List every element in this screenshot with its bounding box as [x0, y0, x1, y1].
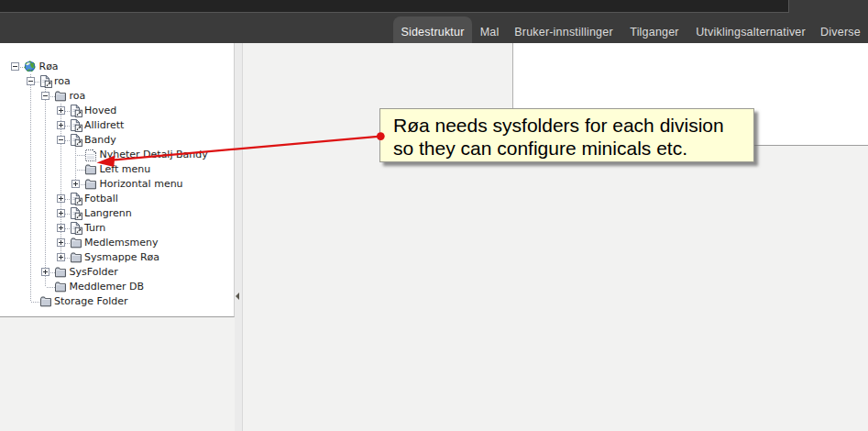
tree-node-r-a: Røa: [0, 60, 234, 74]
tree-node-label[interactable]: Meddlemer DB: [70, 280, 145, 294]
folder-icon[interactable]: [84, 163, 97, 176]
tree-node-turn: Turn: [0, 221, 234, 236]
expander-minus-icon[interactable]: [27, 77, 35, 85]
expander-plus-icon[interactable]: [57, 238, 65, 247]
page-tree-panel: Røa roa roa Hoved Allidrett Bandy: [0, 43, 235, 317]
tree-node-label[interactable]: Hoved: [84, 104, 116, 118]
tree-connector-line: [45, 118, 46, 133]
tree-connector-line: [45, 177, 46, 192]
tree-node-medlemsmeny: Medlemsmeny: [0, 236, 234, 250]
tree-node-label[interactable]: Langrenn: [84, 206, 132, 221]
tree-node-label[interactable]: Horizontal menu: [100, 177, 183, 192]
tree-connector-line: [60, 177, 61, 192]
tab-sidestruktur[interactable]: Sidestruktur: [393, 17, 472, 43]
tree-node-label[interactable]: roa: [54, 74, 71, 89]
tree-node-label[interactable]: Storage Folder: [54, 294, 128, 309]
page-shortcut-icon[interactable]: [70, 105, 82, 117]
folder-icon[interactable]: [54, 281, 67, 293]
tree-node-sysfolder: SysFolder: [0, 265, 234, 280]
tree-node-label[interactable]: Medlemsmeny: [84, 236, 158, 250]
tree-connector-line: [75, 162, 76, 170]
expander-plus-icon[interactable]: [57, 224, 65, 232]
tree-node-meddlemer-db: Meddlemer DB: [0, 280, 234, 294]
tree-node-langrenn: Langrenn: [0, 206, 234, 221]
tree-connector-line: [45, 236, 46, 250]
tree-connector-line: [30, 118, 31, 133]
tree-connector-line: [45, 280, 46, 287]
folder-icon[interactable]: [39, 295, 52, 308]
tree-node-label[interactable]: Allidrett: [84, 118, 124, 133]
folder-icon[interactable]: [70, 251, 82, 264]
tree-node-nyheter-detalj-bandy: Nyheter Detalj Bandy: [0, 148, 234, 162]
tree-node-label[interactable]: Sysmappe Røa: [84, 250, 159, 265]
annotation-line1: Røa needs sysfolders for each division: [393, 114, 744, 137]
tree-connector-line: [30, 294, 31, 302]
tree-connector-line: [60, 162, 61, 177]
page-shortcut-icon[interactable]: [70, 193, 82, 205]
tree-node-label[interactable]: roa: [70, 89, 86, 104]
tree-connector-line: [45, 192, 46, 206]
tree-node-bandy: Bandy: [0, 133, 234, 148]
page-shortcut-icon[interactable]: [70, 222, 82, 235]
page-shortcut-icon[interactable]: [70, 207, 82, 220]
tree-node-label[interactable]: Nyheter Detalj Bandy: [100, 148, 208, 162]
folder-icon[interactable]: [54, 90, 67, 103]
tree-node-label[interactable]: SysFolder: [70, 265, 118, 280]
tree-node-label[interactable]: Bandy: [84, 133, 116, 148]
tree-connector-line: [30, 250, 31, 265]
pane-splitter[interactable]: [235, 43, 243, 431]
page-tree: Røa roa roa Hoved Allidrett Bandy: [0, 43, 234, 316]
tree-node-roa: roa: [0, 89, 234, 104]
tree-connector-line: [30, 265, 31, 280]
tree-node-fotball: Fotball: [0, 192, 234, 206]
tree-connector-line: [30, 148, 31, 162]
tree-connector-line: [30, 280, 31, 294]
tree-connector-line: [30, 221, 31, 236]
expander-plus-icon[interactable]: [71, 180, 80, 188]
tree-connector-line: [30, 104, 31, 118]
expander-minus-icon[interactable]: [11, 62, 19, 71]
collapse-pane-icon[interactable]: [236, 293, 239, 300]
tree-node-allidrett: Allidrett: [0, 118, 234, 133]
tree-node-hoved: Hoved: [0, 104, 234, 118]
tree-node-horizontal-menu: Horizontal menu: [0, 177, 234, 192]
expander-plus-icon[interactable]: [57, 253, 65, 261]
tree-node-label[interactable]: Turn: [84, 221, 105, 236]
tree-node-label[interactable]: Fotball: [84, 192, 118, 206]
page-shortcut-icon[interactable]: [70, 119, 82, 132]
expander-minus-icon[interactable]: [41, 92, 49, 100]
tree-connector-line: [75, 148, 76, 155]
tree-connector-line: [45, 206, 46, 221]
expander-minus-icon[interactable]: [57, 136, 65, 144]
tree-connector-line: [45, 148, 46, 162]
episerver-admin-screen: Sidestruktur Mal Bruker-innstillinger Ti…: [0, 0, 868, 431]
expander-plus-icon[interactable]: [57, 121, 65, 129]
tree-connector-line: [30, 236, 31, 250]
annotation-note: Røa needs sysfolders for each division s…: [379, 108, 754, 162]
page-shortcut-icon[interactable]: [39, 75, 52, 88]
folder-icon[interactable]: [54, 266, 67, 279]
folder-icon[interactable]: [84, 178, 97, 191]
tree-node-label[interactable]: Left menu: [100, 162, 151, 177]
tree-connector-line: [75, 170, 76, 177]
tree-connector-line: [30, 133, 31, 148]
tree-connector-line: [75, 155, 76, 162]
tree-connector-line: [30, 206, 31, 221]
top-toolbar: [0, 0, 789, 13]
expander-plus-icon[interactable]: [57, 106, 65, 115]
globe-icon[interactable]: [24, 61, 37, 73]
tree-connector-line: [30, 192, 31, 206]
expander-plus-icon[interactable]: [57, 209, 65, 217]
tree-node-storage-folder: Storage Folder: [0, 294, 234, 309]
page-shortcut-icon[interactable]: [70, 134, 82, 147]
tree-connector-line: [30, 162, 31, 177]
tree-node-label[interactable]: Røa: [39, 60, 59, 74]
tree-node-roa: roa: [0, 74, 234, 89]
tree-connector-line: [60, 148, 61, 162]
page-ghost-icon[interactable]: [84, 149, 97, 161]
folder-icon[interactable]: [70, 237, 82, 249]
tree-connector-line: [30, 89, 31, 104]
tree-connector-line: [45, 133, 46, 148]
expander-plus-icon[interactable]: [41, 268, 49, 276]
expander-plus-icon[interactable]: [57, 194, 65, 203]
